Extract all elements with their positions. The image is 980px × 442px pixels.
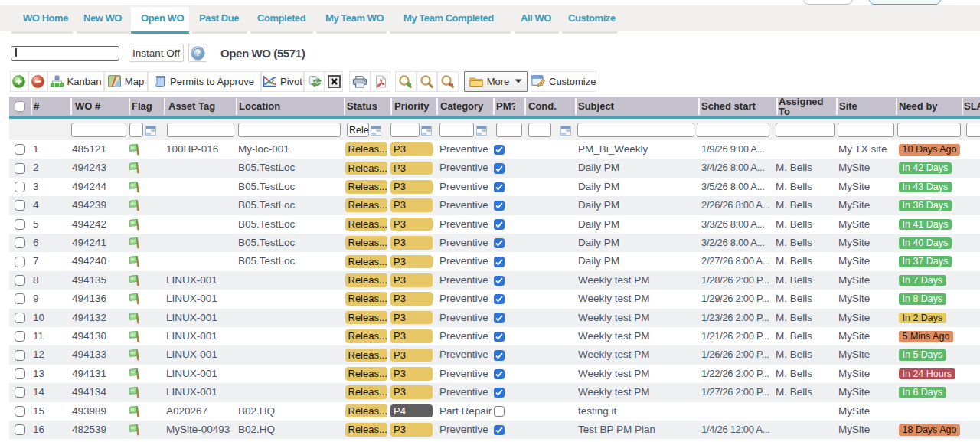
svg-text:?: ?	[195, 48, 200, 57]
